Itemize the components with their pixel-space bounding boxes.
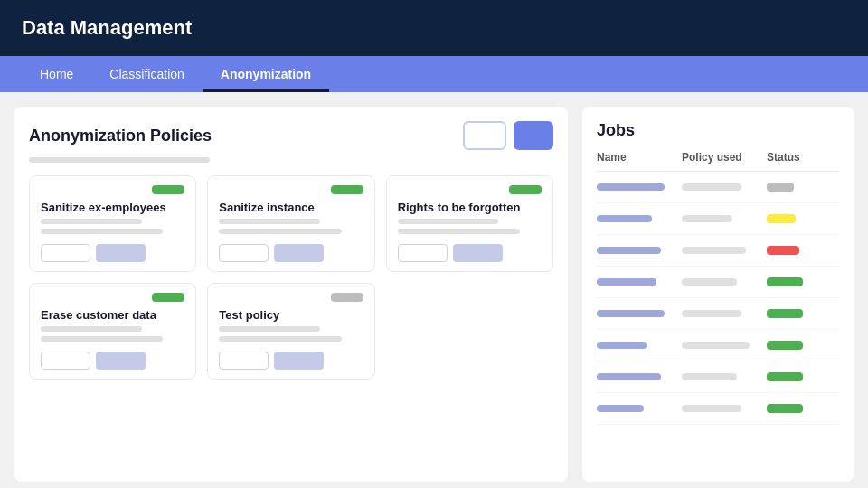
card-line-2 <box>219 229 341 234</box>
policy-card-erase-customer: Erase customer data <box>29 283 196 380</box>
card-buttons <box>41 244 184 262</box>
policy-card-sanitize-ex-employees: Sanitize ex-employees <box>29 175 196 272</box>
job-row[interactable] <box>597 361 839 393</box>
card-line-1 <box>398 219 499 224</box>
job-status-indicator <box>767 246 799 255</box>
job-row[interactable] <box>597 267 839 298</box>
job-row[interactable] <box>597 393 839 425</box>
job-name-bar <box>597 405 644 412</box>
job-status-indicator <box>767 214 796 223</box>
active-indicator <box>152 293 184 302</box>
jobs-table-header: Name Policy used Status <box>597 151 839 172</box>
card-btn-secondary[interactable] <box>219 244 269 262</box>
jobs-title: Jobs <box>597 121 839 140</box>
card-btn-primary[interactable] <box>274 244 324 262</box>
job-policy-bar <box>682 342 750 349</box>
job-row[interactable] <box>597 203 839 235</box>
active-indicator <box>509 185 542 194</box>
card-line-2 <box>219 336 341 342</box>
policy-card-rights-forgotten: Rights to be forgotten <box>386 175 553 272</box>
header-buttons <box>463 121 553 150</box>
card-btn-secondary[interactable] <box>219 352 269 370</box>
active-indicator <box>331 185 363 194</box>
main-content: Anonymization Policies Sanitize ex-emplo… <box>0 92 868 488</box>
card-buttons <box>219 352 363 370</box>
job-status-indicator <box>767 404 803 413</box>
card-btn-primary[interactable] <box>96 244 146 262</box>
policy-card-title: Sanitize instance <box>219 201 363 214</box>
inactive-indicator <box>331 293 363 302</box>
job-status-indicator <box>767 372 803 381</box>
subtitle-bar <box>29 157 210 163</box>
nav-bar: Home Classification Anonymization <box>0 56 868 92</box>
job-row[interactable] <box>597 172 839 203</box>
panel-title: Anonymization Policies <box>29 127 212 145</box>
job-name-bar <box>597 215 652 222</box>
card-btn-secondary[interactable] <box>398 244 448 262</box>
policies-panel: Anonymization Policies Sanitize ex-emplo… <box>14 107 568 482</box>
card-btn-primary[interactable] <box>96 352 146 370</box>
job-name-bar <box>597 342 647 349</box>
job-row[interactable] <box>597 298 839 330</box>
policy-card-title: Rights to be forgotten <box>398 201 542 214</box>
card-line-1 <box>219 219 320 224</box>
job-status-indicator <box>767 309 803 318</box>
card-buttons <box>41 352 184 370</box>
job-policy-bar <box>682 310 741 317</box>
jobs-panel: Jobs Name Policy used Status <box>582 107 854 482</box>
nav-item-classification[interactable]: Classification <box>91 56 202 92</box>
col-header-name: Name <box>597 151 682 164</box>
card-btn-secondary[interactable] <box>41 352 90 370</box>
job-row[interactable] <box>597 330 839 361</box>
policies-grid: Sanitize ex-employees Sanitize instance <box>29 175 553 380</box>
panel-header: Anonymization Policies <box>29 121 553 150</box>
card-buttons <box>398 244 542 262</box>
card-buttons <box>219 244 363 262</box>
card-line-1 <box>219 326 320 332</box>
policy-card-sanitize-instance: Sanitize instance <box>207 175 374 272</box>
card-btn-secondary[interactable] <box>41 244 90 262</box>
policy-card-title: Erase customer data <box>41 308 184 322</box>
policy-card-title: Test policy <box>219 308 363 322</box>
nav-item-home[interactable]: Home <box>22 56 91 92</box>
jobs-list <box>597 172 839 425</box>
job-policy-bar <box>682 405 741 412</box>
job-status-indicator <box>767 277 803 286</box>
job-row[interactable] <box>597 235 839 267</box>
job-name-bar <box>597 247 661 254</box>
card-btn-primary[interactable] <box>453 244 503 262</box>
card-line-2 <box>41 229 163 234</box>
card-line-2 <box>41 336 163 342</box>
policy-card-title: Sanitize ex-employees <box>41 201 184 214</box>
card-line-1 <box>41 219 142 224</box>
job-policy-bar <box>682 247 746 254</box>
card-line-1 <box>41 326 142 332</box>
add-policy-button[interactable] <box>514 121 553 150</box>
job-policy-bar <box>682 373 737 380</box>
col-header-status: Status <box>767 151 839 164</box>
filter-button[interactable] <box>463 121 506 150</box>
app-title: Data Management <box>22 16 192 39</box>
card-line-2 <box>398 229 520 234</box>
job-status-indicator <box>767 341 803 350</box>
col-header-policy: Policy used <box>682 151 767 164</box>
job-status-indicator <box>767 183 794 192</box>
job-policy-bar <box>682 278 737 286</box>
job-policy-bar <box>682 183 741 191</box>
policy-card-test-policy: Test policy <box>207 283 374 380</box>
card-btn-primary[interactable] <box>274 352 324 370</box>
job-name-bar <box>597 373 661 380</box>
app-header: Data Management <box>0 0 868 56</box>
job-name-bar <box>597 278 656 286</box>
job-policy-bar <box>682 215 732 222</box>
job-name-bar <box>597 310 665 317</box>
job-name-bar <box>597 183 665 191</box>
nav-item-anonymization[interactable]: Anonymization <box>203 56 329 92</box>
active-indicator <box>152 185 184 194</box>
